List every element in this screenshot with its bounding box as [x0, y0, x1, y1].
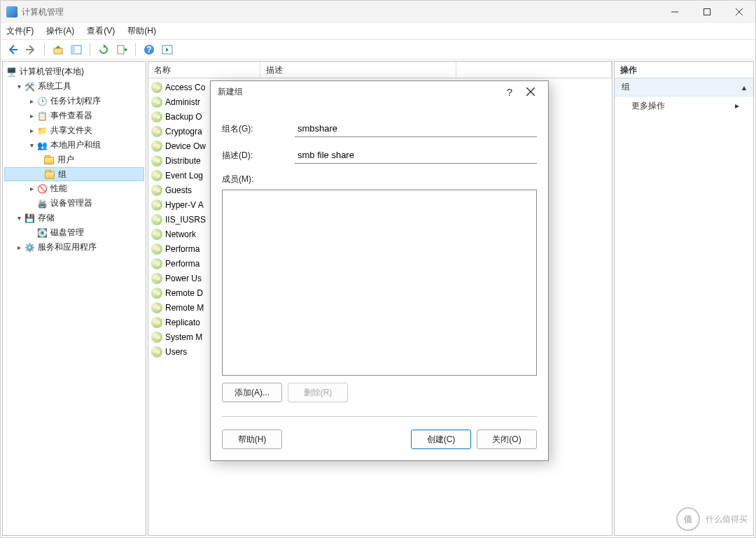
- tree-task-scheduler[interactable]: ▸🕒任务计划程序: [4, 94, 144, 108]
- actions-section-groups[interactable]: 组 ▴: [615, 78, 753, 97]
- menu-action[interactable]: 操作(A): [46, 25, 74, 37]
- group-icon: [151, 111, 162, 122]
- tree-performance[interactable]: ▸🚫性能: [4, 181, 144, 196]
- folder-icon: [44, 169, 55, 180]
- group-icon: [151, 243, 162, 255]
- chevron-right-icon: ▸: [27, 127, 36, 134]
- dialog-titlebar: 新建组 ?: [211, 81, 548, 102]
- tree-disk-management[interactable]: 💽磁盘管理: [4, 225, 144, 240]
- group-name-label: 组名(G):: [222, 123, 295, 135]
- tree-panel: 🖥️计算机管理(本地) ▾🛠️系统工具 ▸🕒任务计划程序 ▸📋事件查看器 ▸📁共…: [2, 61, 146, 536]
- window-title: 计算机管理: [22, 6, 659, 18]
- menu-help[interactable]: 帮助(H): [127, 25, 156, 37]
- chevron-right-icon: ▸: [27, 185, 36, 192]
- new-group-dialog: 新建组 ? 组名(G): 描述(D): 成员(M): 添加(A)... 删除(R…: [210, 80, 549, 461]
- menu-file[interactable]: 文件(F): [6, 25, 34, 37]
- svg-rect-4: [54, 48, 62, 54]
- clock-icon: 🕒: [36, 96, 48, 107]
- tree-system-tools[interactable]: ▾🛠️系统工具: [4, 79, 144, 94]
- help-button[interactable]: 帮助(H): [222, 430, 282, 449]
- list-item-name: IIS_IUSRS: [165, 215, 206, 225]
- watermark-text: 什么值得买: [706, 514, 748, 525]
- dialog-help-button[interactable]: ?: [499, 83, 520, 100]
- maximize-button[interactable]: [691, 1, 723, 23]
- export-list-button[interactable]: [114, 42, 130, 57]
- chevron-right-icon: ▸: [14, 243, 24, 251]
- chevron-right-icon: ▸: [27, 112, 36, 120]
- disk-icon: 💽: [36, 227, 48, 239]
- tree-root[interactable]: 🖥️计算机管理(本地): [4, 64, 144, 79]
- group-icon: [151, 97, 162, 108]
- svg-rect-7: [118, 45, 124, 54]
- toolbar-sep: [90, 43, 90, 56]
- menubar: 文件(F) 操作(A) 查看(V) 帮助(H): [1, 23, 755, 40]
- remove-button: 删除(R): [288, 383, 348, 402]
- col-spacer: [456, 62, 612, 78]
- dialog-body: 组名(G): 描述(D): 成员(M): 添加(A)... 删除(R) 帮助(H…: [211, 102, 548, 460]
- back-button[interactable]: [5, 42, 20, 57]
- members-label: 成员(M):: [222, 174, 537, 185]
- close-button[interactable]: [723, 1, 755, 23]
- window-controls: [659, 1, 755, 23]
- toolbar: ?: [1, 40, 755, 59]
- tree-shared-folders[interactable]: ▸📁共享文件夹: [4, 123, 144, 138]
- chevron-right-icon: ▸: [27, 97, 36, 105]
- event-icon: 📋: [36, 111, 48, 122]
- description-input[interactable]: [295, 147, 537, 164]
- properties-button[interactable]: [160, 42, 175, 57]
- performance-icon: 🚫: [36, 183, 48, 194]
- group-icon: [151, 155, 162, 167]
- list-item-name: Remote M: [165, 303, 204, 313]
- svg-rect-6: [71, 45, 75, 54]
- dialog-close-button[interactable]: [520, 83, 541, 100]
- actions-more[interactable]: 更多操作 ▸: [615, 97, 753, 115]
- menu-view[interactable]: 查看(V): [87, 25, 115, 37]
- users-groups-icon: 👥: [36, 140, 48, 151]
- svg-text:?: ?: [146, 45, 151, 55]
- tree-event-viewer[interactable]: ▸📋事件查看器: [4, 108, 144, 123]
- list-item-name: Network: [165, 229, 196, 239]
- group-icon: [151, 185, 162, 196]
- group-icon: [151, 302, 162, 313]
- add-button[interactable]: 添加(A)...: [222, 383, 282, 402]
- tools-icon: 🛠️: [24, 81, 35, 92]
- members-listbox[interactable]: [222, 190, 537, 376]
- tree-services-apps[interactable]: ▸⚙️服务和应用程序: [4, 240, 144, 255]
- group-icon: [151, 346, 162, 358]
- list-item-name: Administr: [165, 97, 200, 107]
- minimize-button[interactable]: [659, 1, 691, 23]
- chevron-down-icon: ▾: [14, 214, 24, 222]
- computer-icon: 🖥️: [6, 66, 17, 78]
- refresh-button[interactable]: [96, 42, 111, 57]
- watermark: 值 什么值得买: [676, 507, 748, 531]
- tree: 🖥️计算机管理(本地) ▾🛠️系统工具 ▸🕒任务计划程序 ▸📋事件查看器 ▸📁共…: [3, 62, 146, 257]
- share-icon: 📁: [36, 125, 48, 136]
- device-icon: 🖨️: [36, 198, 48, 209]
- tree-users[interactable]: 用户: [4, 153, 144, 167]
- tree-local-users-groups[interactable]: ▾👥本地用户和组: [4, 138, 144, 153]
- forward-button[interactable]: [23, 42, 38, 57]
- chevron-down-icon: ▾: [14, 83, 24, 90]
- create-button[interactable]: 创建(C): [411, 430, 471, 449]
- collapse-icon: ▴: [742, 83, 746, 92]
- group-name-input[interactable]: [295, 120, 537, 137]
- watermark-icon: 值: [676, 507, 700, 531]
- col-desc[interactable]: 描述: [260, 62, 456, 78]
- chevron-down-icon: ▾: [27, 141, 36, 149]
- list-item-name: Hyper-V A: [165, 200, 204, 210]
- group-icon: [151, 141, 162, 152]
- help-button[interactable]: ?: [141, 42, 157, 57]
- col-name[interactable]: 名称: [148, 62, 260, 78]
- show-hide-console-tree-button[interactable]: [69, 42, 84, 57]
- group-icon: [151, 214, 162, 225]
- tree-storage[interactable]: ▾💾存储: [4, 211, 144, 225]
- list-item-name: Guests: [165, 185, 192, 195]
- up-button[interactable]: [50, 42, 66, 57]
- tree-device-manager[interactable]: 🖨️设备管理器: [4, 196, 144, 211]
- tree-groups[interactable]: 组: [4, 167, 144, 181]
- group-icon: [151, 317, 162, 328]
- description-label: 描述(D):: [222, 150, 295, 162]
- list-item-name: Distribute: [165, 156, 201, 166]
- close-dialog-button[interactable]: 关闭(O): [477, 430, 537, 449]
- group-icon: [151, 82, 162, 93]
